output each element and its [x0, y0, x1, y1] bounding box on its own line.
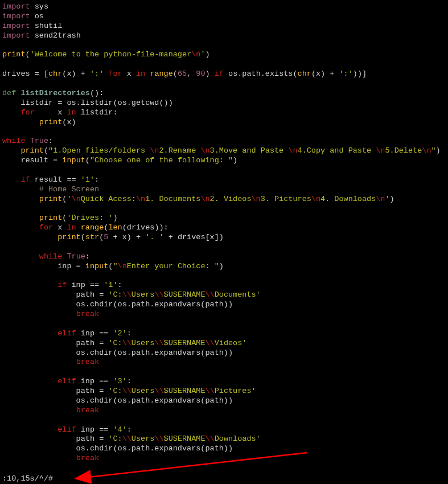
module-name: os	[35, 12, 44, 20]
module-name: shutil	[35, 22, 63, 30]
code-editor[interactable]: import sys import os import shutil impor…	[0, 0, 448, 464]
while-keyword: while	[2, 137, 26, 145]
import-keyword: import	[2, 22, 30, 30]
code-line: listdir = os.listdir(os.getcwd())	[2, 99, 173, 107]
string-literal: 'Welcome to the python-file-manager	[30, 50, 192, 59]
import-keyword: import	[2, 2, 30, 11]
function-name: listDirectories	[20, 89, 90, 97]
import-keyword: import	[2, 12, 30, 20]
comment: # Home Screen	[2, 185, 99, 194]
import-keyword: import	[2, 31, 30, 40]
print-call: print	[2, 50, 26, 59]
module-name: send2trash	[35, 31, 81, 40]
module-name: sys	[35, 2, 48, 11]
vim-command-line[interactable]	[2, 474, 173, 483]
def-keyword: def	[2, 89, 16, 97]
escape-char: \n	[191, 50, 200, 59]
